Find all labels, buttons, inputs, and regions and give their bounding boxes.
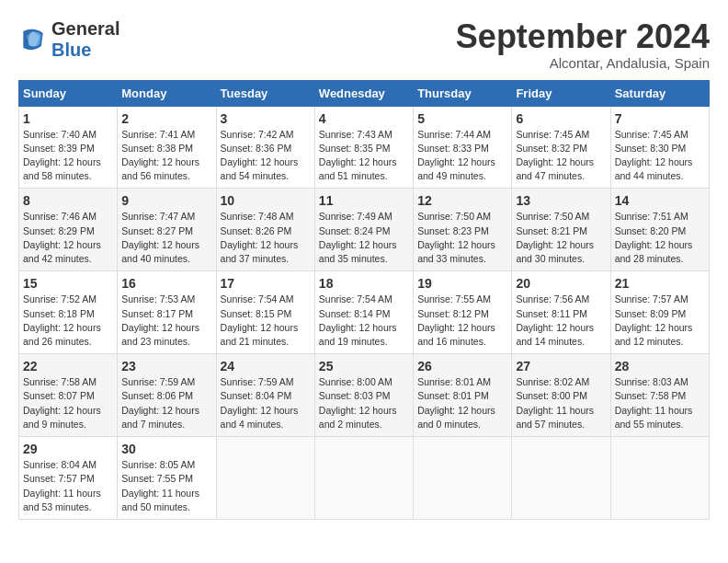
day-cell: 9Sunrise: 7:47 AM Sunset: 8:27 PM Daylig… <box>118 189 216 271</box>
day-number: 2 <box>121 111 211 126</box>
day-info: Sunrise: 7:49 AM Sunset: 8:24 PM Dayligh… <box>319 210 409 266</box>
day-number: 23 <box>121 359 211 373</box>
day-info: Sunrise: 7:55 AM Sunset: 8:12 PM Dayligh… <box>417 293 507 349</box>
day-number: 6 <box>516 111 606 126</box>
day-info: Sunrise: 7:48 AM Sunset: 8:26 PM Dayligh… <box>221 210 311 266</box>
day-info: Sunrise: 7:52 AM Sunset: 8:18 PM Dayligh… <box>23 293 113 349</box>
day-cell: 18Sunrise: 7:54 AM Sunset: 8:14 PM Dayli… <box>314 271 413 354</box>
week-row-2: 8Sunrise: 7:46 AM Sunset: 8:29 PM Daylig… <box>19 189 710 271</box>
day-cell: 13Sunrise: 7:50 AM Sunset: 8:21 PM Dayli… <box>512 189 610 271</box>
day-number: 14 <box>615 193 705 208</box>
day-number: 11 <box>319 193 409 208</box>
day-number: 7 <box>615 111 705 126</box>
day-cell: 21Sunrise: 7:57 AM Sunset: 8:09 PM Dayli… <box>610 271 709 354</box>
day-info: Sunrise: 7:45 AM Sunset: 8:32 PM Dayligh… <box>516 128 606 184</box>
day-cell: 15Sunrise: 7:52 AM Sunset: 8:18 PM Dayli… <box>19 271 118 354</box>
day-info: Sunrise: 7:59 AM Sunset: 8:04 PM Dayligh… <box>221 375 311 431</box>
day-info: Sunrise: 8:03 AM Sunset: 7:58 PM Dayligh… <box>615 375 705 431</box>
day-cell: 11Sunrise: 7:49 AM Sunset: 8:24 PM Dayli… <box>314 189 413 271</box>
day-info: Sunrise: 8:04 AM Sunset: 7:57 PM Dayligh… <box>23 458 113 514</box>
day-number: 10 <box>221 193 311 208</box>
day-info: Sunrise: 7:41 AM Sunset: 8:38 PM Dayligh… <box>121 128 211 184</box>
header-thursday: Thursday <box>414 80 512 106</box>
week-row-5: 29Sunrise: 8:04 AM Sunset: 7:57 PM Dayli… <box>19 437 710 520</box>
day-number: 21 <box>615 276 705 291</box>
day-number: 20 <box>516 276 606 291</box>
day-cell: 7Sunrise: 7:45 AM Sunset: 8:30 PM Daylig… <box>610 106 709 189</box>
day-info: Sunrise: 7:45 AM Sunset: 8:30 PM Dayligh… <box>615 128 705 184</box>
week-row-4: 22Sunrise: 7:58 AM Sunset: 8:07 PM Dayli… <box>19 354 710 437</box>
day-number: 16 <box>121 276 211 291</box>
day-info: Sunrise: 7:43 AM Sunset: 8:35 PM Dayligh… <box>319 128 409 184</box>
day-cell: 17Sunrise: 7:54 AM Sunset: 8:15 PM Dayli… <box>216 271 314 354</box>
day-number: 8 <box>23 193 113 208</box>
week-row-3: 15Sunrise: 7:52 AM Sunset: 8:18 PM Dayli… <box>19 271 710 354</box>
header-friday: Friday <box>512 80 610 106</box>
day-info: Sunrise: 7:59 AM Sunset: 8:06 PM Dayligh… <box>121 375 211 431</box>
day-number: 22 <box>23 359 113 373</box>
header-monday: Monday <box>118 80 216 106</box>
calendar-header-row: SundayMondayTuesdayWednesdayThursdayFrid… <box>19 80 710 106</box>
day-number: 18 <box>319 276 409 291</box>
page-header: General Blue September 2024 Alcontar, An… <box>18 18 710 71</box>
day-cell: 23Sunrise: 7:59 AM Sunset: 8:06 PM Dayli… <box>118 354 216 437</box>
header-sunday: Sunday <box>19 80 118 106</box>
day-cell: 25Sunrise: 8:00 AM Sunset: 8:03 PM Dayli… <box>314 354 413 437</box>
day-cell: 27Sunrise: 8:02 AM Sunset: 8:00 PM Dayli… <box>512 354 610 437</box>
day-number: 25 <box>319 359 409 373</box>
day-number: 4 <box>319 111 409 126</box>
day-number: 24 <box>221 359 311 373</box>
logo-icon <box>18 25 48 54</box>
day-number: 12 <box>417 193 507 208</box>
day-cell <box>512 437 610 520</box>
day-cell: 16Sunrise: 7:53 AM Sunset: 8:17 PM Dayli… <box>118 271 216 354</box>
month-title: September 2024 <box>456 18 710 55</box>
week-row-1: 1Sunrise: 7:40 AM Sunset: 8:39 PM Daylig… <box>19 106 710 189</box>
day-number: 17 <box>221 276 311 291</box>
day-cell: 28Sunrise: 8:03 AM Sunset: 7:58 PM Dayli… <box>610 354 709 437</box>
day-info: Sunrise: 7:42 AM Sunset: 8:36 PM Dayligh… <box>221 128 311 184</box>
day-cell: 26Sunrise: 8:01 AM Sunset: 8:01 PM Dayli… <box>414 354 512 437</box>
day-number: 1 <box>23 111 113 126</box>
day-info: Sunrise: 8:02 AM Sunset: 8:00 PM Dayligh… <box>516 375 606 431</box>
logo-text: General Blue <box>51 18 119 61</box>
day-cell: 2Sunrise: 7:41 AM Sunset: 8:38 PM Daylig… <box>118 106 216 189</box>
day-info: Sunrise: 8:05 AM Sunset: 7:55 PM Dayligh… <box>121 458 211 514</box>
calendar-table: SundayMondayTuesdayWednesdayThursdayFrid… <box>18 80 710 520</box>
day-cell: 29Sunrise: 8:04 AM Sunset: 7:57 PM Dayli… <box>19 437 118 520</box>
day-info: Sunrise: 7:58 AM Sunset: 8:07 PM Dayligh… <box>23 375 113 431</box>
location-subtitle: Alcontar, Andalusia, Spain <box>456 55 710 71</box>
day-info: Sunrise: 7:54 AM Sunset: 8:15 PM Dayligh… <box>221 293 311 349</box>
logo: General Blue <box>18 18 119 61</box>
day-cell: 30Sunrise: 8:05 AM Sunset: 7:55 PM Dayli… <box>118 437 216 520</box>
day-cell <box>314 437 413 520</box>
day-info: Sunrise: 7:47 AM Sunset: 8:27 PM Dayligh… <box>121 210 211 266</box>
header-wednesday: Wednesday <box>314 80 413 106</box>
day-cell: 4Sunrise: 7:43 AM Sunset: 8:35 PM Daylig… <box>314 106 413 189</box>
day-number: 19 <box>417 276 507 291</box>
day-number: 5 <box>417 111 507 126</box>
day-info: Sunrise: 7:51 AM Sunset: 8:20 PM Dayligh… <box>615 210 705 266</box>
header-tuesday: Tuesday <box>216 80 314 106</box>
day-number: 30 <box>121 442 211 456</box>
day-cell: 14Sunrise: 7:51 AM Sunset: 8:20 PM Dayli… <box>610 189 709 271</box>
day-number: 29 <box>23 442 113 456</box>
day-number: 13 <box>516 193 606 208</box>
day-cell: 1Sunrise: 7:40 AM Sunset: 8:39 PM Daylig… <box>19 106 118 189</box>
day-cell <box>216 437 314 520</box>
day-info: Sunrise: 7:50 AM Sunset: 8:21 PM Dayligh… <box>516 210 606 266</box>
day-cell <box>610 437 709 520</box>
day-cell: 6Sunrise: 7:45 AM Sunset: 8:32 PM Daylig… <box>512 106 610 189</box>
day-info: Sunrise: 7:40 AM Sunset: 8:39 PM Dayligh… <box>23 128 113 184</box>
day-info: Sunrise: 7:57 AM Sunset: 8:09 PM Dayligh… <box>615 293 705 349</box>
day-cell: 12Sunrise: 7:50 AM Sunset: 8:23 PM Dayli… <box>414 189 512 271</box>
day-number: 27 <box>516 359 606 373</box>
day-number: 15 <box>23 276 113 291</box>
day-info: Sunrise: 8:01 AM Sunset: 8:01 PM Dayligh… <box>417 375 507 431</box>
day-cell: 5Sunrise: 7:44 AM Sunset: 8:33 PM Daylig… <box>414 106 512 189</box>
header-saturday: Saturday <box>610 80 709 106</box>
day-cell: 10Sunrise: 7:48 AM Sunset: 8:26 PM Dayli… <box>216 189 314 271</box>
day-cell: 22Sunrise: 7:58 AM Sunset: 8:07 PM Dayli… <box>19 354 118 437</box>
day-cell: 19Sunrise: 7:55 AM Sunset: 8:12 PM Dayli… <box>414 271 512 354</box>
day-info: Sunrise: 7:56 AM Sunset: 8:11 PM Dayligh… <box>516 293 606 349</box>
